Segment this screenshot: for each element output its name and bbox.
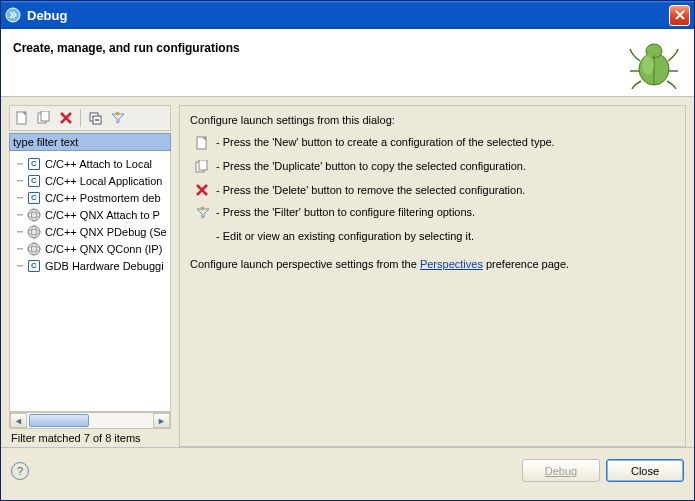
tree-item[interactable]: ⋯C/C++ QNX QConn (IP) [10,240,170,257]
app-icon [5,7,21,23]
tree-item-label: C/C++ Local Application [45,175,162,187]
svg-point-15 [28,243,40,255]
right-pane: Configure launch settings from this dial… [179,105,686,447]
scroll-right-button[interactable]: ► [153,413,170,428]
delete-icon [194,184,210,196]
instruction-row: - Press the 'New' button to create a con… [190,136,675,150]
instruction-row: - Edit or view an existing configuration… [190,230,675,242]
tree-dash-icon: ⋯ [14,225,26,238]
dialog-heading: Create, manage, and run configurations [13,41,682,55]
scroll-left-button[interactable]: ◄ [10,413,27,428]
sphere-icon [26,224,42,240]
scroll-thumb[interactable] [29,414,89,427]
close-icon [675,10,685,20]
tree-item-label: C/C++ Postmortem deb [45,192,161,204]
sphere-icon [26,241,42,257]
tree-item[interactable]: ⋯CGDB Hardware Debuggi [10,257,170,274]
debug-button[interactable]: Debug [522,459,600,482]
title-bar: Debug [1,1,694,29]
content-area: ⋯CC/C++ Attach to Local⋯CC/C++ Local App… [1,97,694,447]
tree-item[interactable]: ⋯C/C++ QNX PDebug (Se [10,223,170,240]
dialog-header: Create, manage, and run configurations [1,29,694,97]
instruction-text: - Press the 'Delete' button to remove th… [216,184,675,196]
toolbar-separator [80,109,81,127]
c-badge-icon: C [26,190,42,206]
filter-status: Filter matched 7 of 8 items [9,429,171,447]
perspectives-suffix: preference page. [483,258,569,270]
tree-dash-icon: ⋯ [14,242,26,255]
perspectives-line: Configure launch perspective settings fr… [190,258,675,270]
collapse-all-button[interactable] [85,108,105,128]
filter-input[interactable] [9,133,171,151]
instruction-text: - Press the 'Filter' button to configure… [216,206,675,218]
duplicate-button[interactable] [34,108,54,128]
duplicate-icon [194,160,210,174]
svg-point-3 [642,55,654,75]
c-badge-icon: C [26,258,42,274]
help-button[interactable]: ? [11,462,29,480]
c-badge-icon: C [26,156,42,172]
instruction-text: - Edit or view an existing configuration… [216,230,675,242]
filter-icon [194,206,210,220]
svg-rect-20 [199,160,207,170]
collapse-all-icon [88,111,102,125]
instruction-row: - Press the 'Filter' button to configure… [190,206,675,220]
scroll-track[interactable] [27,413,153,428]
tree-item-label: C/C++ QNX Attach to P [45,209,160,221]
left-pane: ⋯CC/C++ Attach to Local⋯CC/C++ Local App… [9,105,171,447]
perspectives-prefix: Configure launch perspective settings fr… [190,258,420,270]
close-button[interactable]: Close [606,459,684,482]
tree-dash-icon: ⋯ [14,157,26,170]
config-toolbar [9,105,171,131]
tree-dash-icon: ⋯ [14,259,26,272]
bug-icon [626,35,682,93]
filter-icon [110,111,124,125]
intro-text: Configure launch settings from this dial… [190,114,675,126]
tree-item[interactable]: ⋯CC/C++ Attach to Local [10,155,170,172]
config-tree[interactable]: ⋯CC/C++ Attach to Local⋯CC/C++ Local App… [9,151,171,412]
horizontal-scrollbar[interactable]: ◄ ► [9,412,171,429]
instruction-text: - Press the 'Duplicate' button to copy t… [216,160,675,172]
window-close-button[interactable] [669,5,690,26]
tree-dash-icon: ⋯ [14,174,26,187]
perspectives-link[interactable]: Perspectives [420,258,483,270]
tree-item[interactable]: ⋯CC/C++ Local Application [10,172,170,189]
sphere-icon [26,207,42,223]
filter-button[interactable] [107,108,127,128]
window-title: Debug [27,8,669,23]
tree-dash-icon: ⋯ [14,208,26,221]
tree-item-label: C/C++ QNX QConn (IP) [45,243,162,255]
svg-point-9 [28,209,40,221]
tree-item-label: GDB Hardware Debuggi [45,260,164,272]
tree-item-label: C/C++ Attach to Local [45,158,152,170]
tree-item[interactable]: ⋯C/C++ QNX Attach to P [10,206,170,223]
instruction-text: - Press the 'New' button to create a con… [216,136,675,148]
tree-dash-icon: ⋯ [14,191,26,204]
delete-icon [60,112,72,124]
new-button[interactable] [12,108,32,128]
dialog-footer: ? Debug Close [1,447,694,493]
tree-item[interactable]: ⋯CC/C++ Postmortem deb [10,189,170,206]
new-icon [15,111,29,125]
instruction-row: - Press the 'Delete' button to remove th… [190,184,675,196]
duplicate-icon [37,111,51,125]
c-badge-icon: C [26,173,42,189]
svg-rect-6 [41,111,49,121]
svg-point-12 [28,226,40,238]
tree-item-label: C/C++ QNX PDebug (Se [45,226,167,238]
delete-button[interactable] [56,108,76,128]
instruction-row: - Press the 'Duplicate' button to copy t… [190,160,675,174]
new-icon [194,136,210,150]
